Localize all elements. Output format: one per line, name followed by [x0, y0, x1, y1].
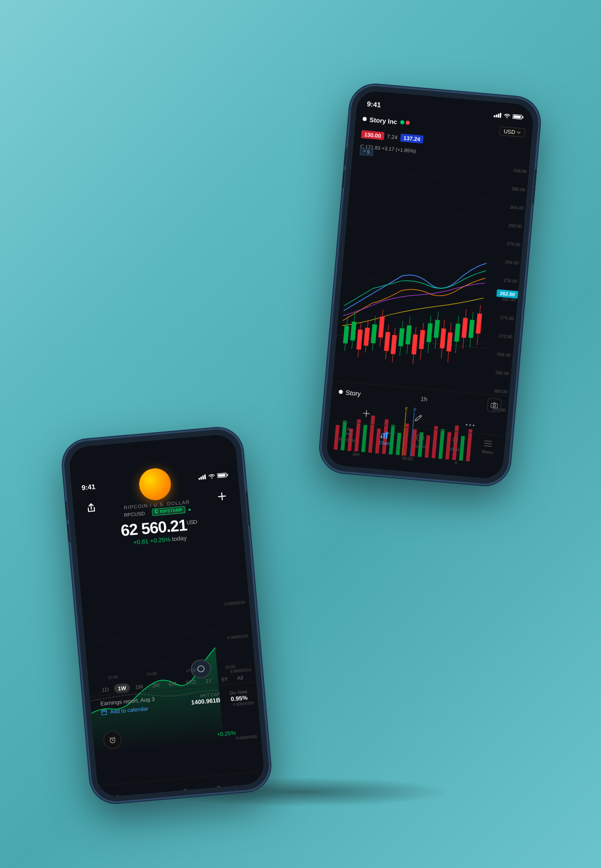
- nav-menu-right[interactable]: Menu: [481, 438, 494, 455]
- timeframe-display: 1h: [420, 395, 428, 403]
- calendar-row[interactable]: Add to calendar: [100, 705, 155, 715]
- svg-rect-79: [476, 314, 482, 334]
- nav-label-watchlist-right: Watchlist: [339, 436, 357, 443]
- svg-rect-25: [499, 113, 501, 118]
- currency-badge[interactable]: USD: [499, 126, 525, 137]
- chart-icon: [147, 790, 158, 798]
- svg-rect-77: [468, 320, 474, 338]
- mkt-cap-col: MKT CAP 1400.961B: [190, 692, 221, 706]
- watchlist-icon-right: [343, 426, 354, 437]
- notch-left: [121, 438, 182, 457]
- add-tool-button[interactable]: [361, 409, 371, 421]
- vol-down-btn: [342, 170, 345, 188]
- svg-rect-19: [153, 792, 155, 797]
- svg-rect-45: [356, 330, 362, 350]
- svg-line-9: [85, 630, 225, 642]
- share-button[interactable]: [83, 499, 100, 517]
- nav-label-chart-right: Chart: [378, 440, 390, 446]
- price-tags: 130.00 7.24 137.24: [361, 130, 424, 144]
- svg-line-29: [351, 170, 503, 183]
- period-5y[interactable]: 5Y: [217, 674, 232, 684]
- chevron-down-icon: [516, 130, 521, 135]
- explore-icon-right: [415, 433, 426, 443]
- pen-tool-button[interactable]: [413, 413, 423, 425]
- pen-icon: [413, 413, 423, 423]
- story-bullet: [339, 390, 343, 394]
- svg-rect-51: [378, 316, 384, 338]
- nav-explore-right[interactable]: Explore: [411, 432, 428, 449]
- period-all[interactable]: All: [233, 673, 248, 683]
- nav-chart-left[interactable]: Chart: [146, 790, 159, 797]
- svg-point-106: [466, 424, 467, 426]
- plus-icon: [216, 491, 227, 502]
- svg-point-112: [416, 434, 424, 441]
- left-content: 9:41: [70, 461, 264, 797]
- svg-rect-28: [513, 115, 520, 118]
- ellipsis-icon: [465, 423, 474, 427]
- div-yield-value: 0.95%: [230, 694, 248, 702]
- svg-rect-22: [493, 115, 495, 117]
- phone-right: 9:41: [319, 84, 541, 486]
- period-6m[interactable]: 6M: [164, 679, 180, 689]
- nav-watchlist-left[interactable]: Watchlist: [108, 793, 128, 797]
- right-content: 9:41: [325, 90, 534, 480]
- signal-icon: [198, 474, 206, 480]
- svg-rect-69: [439, 328, 446, 348]
- right-screen: 9:41: [325, 90, 534, 480]
- earnings-label: Earnings report, Aug 3: [100, 696, 155, 706]
- more-tools-button[interactable]: [465, 418, 475, 429]
- calendar-icon: [100, 709, 107, 715]
- svg-rect-67: [433, 320, 439, 338]
- period-1w[interactable]: 1W: [113, 683, 130, 694]
- period-ytd[interactable]: YTD: [181, 677, 200, 688]
- story-name: Story Inc: [369, 116, 397, 126]
- camera-button[interactable]: [487, 398, 502, 413]
- period-1m[interactable]: 1M: [131, 682, 147, 692]
- svg-line-30: [349, 187, 501, 201]
- status-icons-right: [493, 112, 523, 120]
- ind-green: [400, 120, 404, 125]
- earnings-data: MKT CAP 1400.961B Div Yield 0.95%: [190, 689, 248, 706]
- svg-rect-110: [383, 434, 385, 438]
- svg-line-31: [348, 205, 500, 219]
- nav-chart-right[interactable]: Chart: [378, 429, 391, 446]
- menu-icon-right: [483, 438, 494, 449]
- ideas-icon-right: [449, 435, 460, 446]
- wifi-icon-right: [503, 113, 511, 119]
- battery-icon: [217, 472, 228, 478]
- story-ticker: Story Inc: [362, 115, 410, 126]
- svg-rect-61: [411, 334, 418, 354]
- svg-rect-3: [204, 474, 206, 479]
- svg-point-113: [419, 436, 421, 438]
- add-button[interactable]: [213, 488, 231, 505]
- svg-rect-55: [390, 335, 397, 354]
- power-btn-right: [531, 170, 536, 204]
- story-symbol: Story: [345, 389, 361, 398]
- tag-blue: 137.24: [400, 134, 423, 144]
- period-1d[interactable]: 1D: [97, 685, 113, 695]
- left-screen: 9:41: [68, 434, 264, 798]
- period-3m[interactable]: 3M: [147, 680, 164, 691]
- nav-label-explore-right: Explore: [411, 443, 427, 449]
- svg-point-108: [473, 425, 474, 426]
- svg-rect-1: [200, 477, 202, 480]
- nav-watchlist-right[interactable]: Watchlist: [339, 426, 358, 443]
- battery-icon-right: [512, 114, 523, 120]
- svg-rect-6: [218, 474, 225, 477]
- svg-rect-65: [426, 323, 432, 343]
- svg-point-105: [493, 404, 495, 407]
- nav-ideas-right[interactable]: Ideas: [448, 435, 461, 452]
- signal-icon-right: [493, 112, 502, 118]
- svg-rect-53: [384, 332, 390, 351]
- period-1y[interactable]: 1Y: [201, 676, 216, 686]
- wifi-icon: [208, 473, 215, 479]
- svg-rect-47: [363, 328, 369, 346]
- time-left: 9:41: [81, 483, 95, 492]
- phone-left: 9:41: [61, 427, 271, 804]
- svg-rect-111: [385, 432, 387, 438]
- watchlist-icon: [112, 793, 123, 798]
- chart-icon-right: [379, 429, 390, 440]
- svg-rect-41: [343, 326, 349, 344]
- svg-point-20: [181, 789, 189, 796]
- nav-label-ideas-right: Ideas: [448, 446, 460, 452]
